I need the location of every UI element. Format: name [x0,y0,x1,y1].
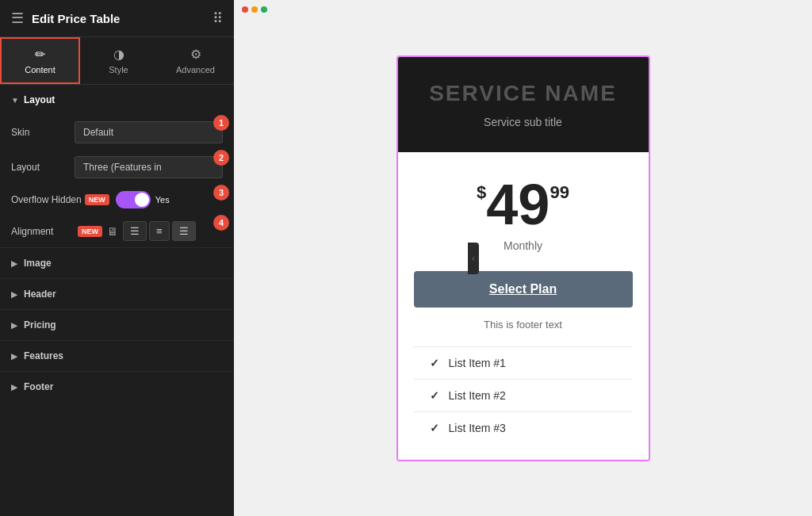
list-item-label-2: List Item #2 [449,389,506,402]
layout-section-header[interactable]: ▼ Layout [0,85,234,115]
sidebar-header-left: ☰ Edit Price Table [11,10,120,27]
layout-label: Layout [11,162,75,173]
skin-control: Default 1 [75,121,223,143]
price-card: Service Name Service sub title $ 49 99 M… [396,55,650,461]
footer-section-label: Footer [24,381,53,392]
image-arrow: ▶ [11,259,17,268]
header-section-label: Header [24,289,56,300]
features-section: ▶ Features [0,340,234,371]
header-section-header[interactable]: ▶ Header [0,279,234,309]
hamburger-icon[interactable]: ☰ [11,10,24,27]
step-badge-2: 2 [213,150,229,166]
toggle-value-label: Yes [155,195,170,204]
layout-section-title: Layout [24,94,55,105]
sidebar-header: ☰ Edit Price Table ⠿ [0,0,234,37]
features-arrow: ▶ [11,352,17,361]
header-arrow: ▶ [11,290,17,299]
pricing-arrow: ▶ [11,321,17,330]
gear-icon: ⚙ [190,47,201,62]
close-dot [242,6,248,13]
select-plan-button[interactable]: Select Plan [414,271,633,308]
page-title: Edit Price Table [32,12,120,25]
step-badge-4: 4 [213,215,229,231]
features-section-label: Features [24,350,63,361]
overflow-control: Yes 3 [116,191,223,208]
footer-section-header[interactable]: ▶ Footer [0,372,234,402]
skin-label: Skin [11,127,75,138]
layout-control: Three (Features in 2 [75,156,223,178]
check-icon-3: ✓ [430,422,439,434]
price-dollar-sign: $ [477,182,486,203]
list-item-label-3: List Item #3 [449,422,506,434]
list-item: ✓ List Item #1 [414,346,633,379]
image-section-label: Image [24,258,52,269]
main-content: Service Name Service sub title $ 49 99 M… [234,0,812,516]
footer-section: ▶ Footer [0,371,234,402]
pricing-section-label: Pricing [24,319,56,331]
list-item: ✓ List Item #3 [414,411,633,444]
monitor-icon: 🖥 [107,225,118,238]
pricing-section-header[interactable]: ▶ Pricing [0,310,234,340]
app-window-dots [242,6,267,13]
overflow-new-badge: NEW [85,194,109,205]
features-section-header[interactable]: ▶ Features [0,341,234,371]
step-badge-1: 1 [213,115,229,131]
skin-select[interactable]: Default [75,121,223,143]
footer-text: This is footer text [414,319,633,331]
overflow-label: Overflow Hidden [11,194,82,205]
service-subtitle: Service sub title [414,116,633,128]
alignment-label: Alignment [11,226,75,237]
overflow-row: Overflow Hidden NEW Yes 3 [0,185,234,215]
alignment-new-badge: NEW [78,226,102,237]
price-amount: 49 [486,176,550,233]
list-item-label-1: List Item #1 [449,357,506,369]
price-cents: 99 [550,182,569,203]
check-icon-2: ✓ [430,389,439,402]
maximize-dot [261,6,267,13]
price-card-header: Service Name Service sub title [398,57,649,152]
list-items: ✓ List Item #1 ✓ List Item #2 ✓ List Ite… [414,346,633,444]
layout-select[interactable]: Three (Features in [75,156,223,178]
style-icon: ◑ [113,47,124,62]
footer-arrow: ▶ [11,383,17,392]
price-display: $ 49 99 [414,176,633,233]
sidebar-content: ▼ Layout Skin Default 1 Layout Three (Fe… [0,85,234,516]
layout-row: Layout Three (Features in 2 [0,150,234,185]
tab-style[interactable]: ◑ Style [80,37,157,84]
price-card-body: $ 49 99 Monthly Select Plan This is foot… [398,152,649,460]
price-period: Monthly [414,239,633,252]
align-center-button[interactable]: ≡ [149,221,170,241]
tabs-container: ✏ Content ◑ Style ⚙ Advanced [0,37,234,85]
pencil-icon: ✏ [35,47,45,62]
sidebar: ☰ Edit Price Table ⠿ ✏ Content ◑ Style ⚙… [0,0,234,516]
check-icon-1: ✓ [430,357,439,369]
overflow-toggle[interactable] [116,191,151,208]
layout-arrow: ▼ [11,96,19,105]
minimize-dot [251,6,258,13]
align-buttons: ☰ ≡ ☰ [123,221,223,241]
image-section: ▶ Image [0,247,234,278]
grid-icon[interactable]: ⠿ [213,10,223,27]
skin-row: Skin Default 1 [0,115,234,150]
alignment-control: ☰ ≡ ☰ 4 [123,221,223,241]
step-badge-3: 3 [213,185,229,201]
toggle-container: Yes [116,191,223,208]
pricing-section: ▶ Pricing [0,309,234,340]
alignment-row: Alignment NEW 🖥 ☰ ≡ ☰ 4 [0,215,234,247]
tab-advanced[interactable]: ⚙ Advanced [157,37,234,84]
service-name: Service Name [414,81,633,106]
tab-content[interactable]: ✏ Content [0,37,80,84]
image-section-header[interactable]: ▶ Image [0,248,234,278]
sidebar-collapse-handle[interactable]: ‹ [468,243,479,274]
header-section: ▶ Header [0,278,234,309]
list-item: ✓ List Item #2 [414,379,633,411]
align-left-button[interactable]: ☰ [123,221,147,241]
align-right-button[interactable]: ☰ [172,221,196,241]
